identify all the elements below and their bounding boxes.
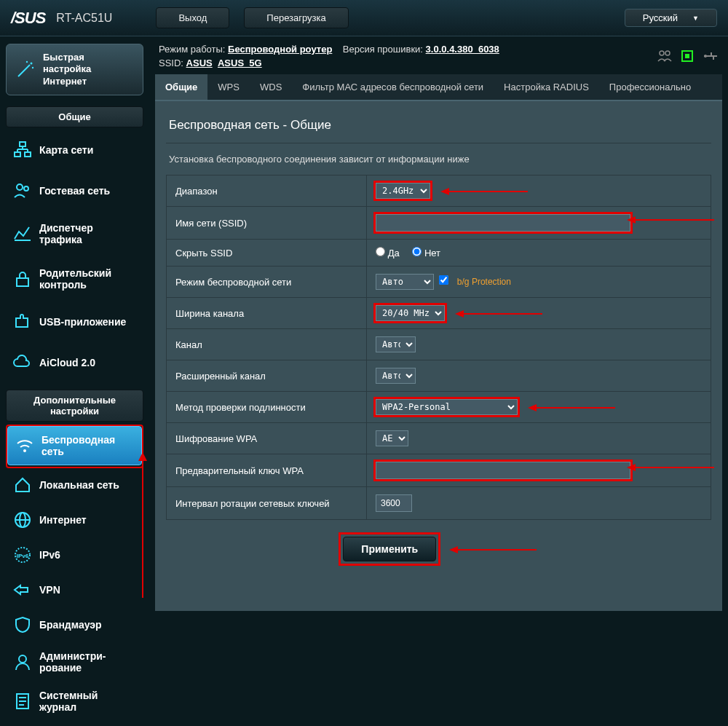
annotation-arrow-icon <box>528 403 615 412</box>
sidebar-item-wireless[interactable]: Беспроводная сеть <box>7 426 142 465</box>
sidebar-item-vpn[interactable]: VPN <box>6 573 143 607</box>
tab-wps[interactable]: WPS <box>207 74 250 100</box>
reboot-button[interactable]: Перезагрузка <box>244 7 348 28</box>
globe-icon <box>13 510 32 529</box>
sidebar-item-syslog[interactable]: Системный журнал <box>6 682 143 720</box>
fw-label: Версия прошивки: <box>343 44 423 55</box>
tab-professional[interactable]: Профессионально <box>599 74 701 100</box>
top-header: /SUS RT-AC51U Выход Перезагрузка Русский <box>0 0 728 36</box>
band-select[interactable]: 2.4GHz <box>376 183 430 199</box>
tab-general[interactable]: Общие <box>155 74 207 100</box>
info-bar: Режим работы: Беспроводной роутер Версия… <box>155 36 722 74</box>
sidebar-item-wan[interactable]: Интернет <box>6 503 143 537</box>
admin-icon <box>13 652 32 671</box>
sidebar-item-label: VPN <box>39 584 60 596</box>
svg-point-11 <box>17 184 23 190</box>
hide-ssid-yes-radio[interactable] <box>376 247 385 256</box>
users-icon <box>13 181 32 200</box>
sidebar-advanced-header: Дополнительные настройки <box>6 390 143 422</box>
wireless-mode-label: Режим беспроводной сети <box>167 267 367 298</box>
cloud-icon <box>13 353 32 372</box>
channel-width-label: Ширина канала <box>167 298 367 329</box>
svg-point-15 <box>23 449 26 452</box>
sidebar: Быстрая настройка Интернет Общие Карта с… <box>0 36 149 726</box>
model-label: RT-AC51U <box>56 12 112 25</box>
rekey-interval-label: Интервал ротации сетевых ключей <box>167 487 367 520</box>
sidebar-item-label: IPv6 <box>39 549 60 561</box>
channel-width-select[interactable]: 20/40 MHz <box>376 305 445 321</box>
svg-point-29 <box>665 51 670 55</box>
ssid1-link[interactable]: ASUS <box>186 58 213 68</box>
puzzle-icon <box>13 312 32 331</box>
sidebar-item-guest-network[interactable]: Гостевая сеть <box>6 171 143 210</box>
band-label: Диапазон <box>167 175 367 207</box>
ipv6-icon: IPv6 <box>13 545 32 564</box>
sidebar-item-parental-control[interactable]: Родительский контроль <box>6 257 143 301</box>
channel-label: Канал <box>167 329 367 360</box>
ssid-input[interactable] <box>376 214 630 232</box>
mode-value-link[interactable]: Беспроводной роутер <box>228 44 332 55</box>
svg-rect-14 <box>17 278 28 286</box>
sidebar-item-usb-app[interactable]: USB-приложение <box>6 302 143 342</box>
vpn-icon <box>13 580 32 599</box>
tab-wds[interactable]: WDS <box>250 74 292 100</box>
tab-radius[interactable]: Настройка RADIUS <box>494 74 599 100</box>
rekey-interval-input[interactable] <box>376 494 412 512</box>
auth-method-label: Метод проверки подлинности <box>167 392 367 423</box>
ext-channel-select[interactable]: Авто <box>376 368 416 384</box>
svg-text:IPv6: IPv6 <box>17 553 29 559</box>
sidebar-item-traffic-manager[interactable]: Диспетчер трафика <box>6 212 143 256</box>
fw-value-link[interactable]: 3.0.0.4.380_6038 <box>426 44 499 55</box>
bg-protection-checkbox[interactable] <box>439 275 448 285</box>
sidebar-item-lan[interactable]: Локальная сеть <box>6 468 143 502</box>
sidebar-item-aicloud[interactable]: AiCloud 2.0 <box>6 343 143 382</box>
ssid-label: SSID: <box>159 58 183 68</box>
tab-mac-filter[interactable]: Фильтр МАС адресов беспроводной сети <box>292 74 494 100</box>
language-select[interactable]: Русский <box>625 9 717 27</box>
wpa-psk-input[interactable] <box>376 462 630 479</box>
sidebar-item-administration[interactable]: Администри-рование <box>6 643 143 681</box>
wpa-encryption-select[interactable]: AES <box>376 430 408 446</box>
status-icon[interactable] <box>681 50 694 63</box>
usb-icon[interactable] <box>703 51 719 61</box>
shield-icon <box>13 615 32 634</box>
apply-button[interactable]: Применить <box>343 537 436 561</box>
language-value: Русский <box>643 12 678 23</box>
ssid-label: Имя сети (SSID) <box>167 207 367 240</box>
svg-point-2 <box>26 61 28 63</box>
annotation-arrow-icon <box>449 545 537 554</box>
settings-panel: Беспроводная сеть - Общие Установка бесп… <box>155 101 722 611</box>
sidebar-item-label: Администри-рование <box>39 650 136 674</box>
traffic-icon <box>13 224 32 243</box>
auth-method-select[interactable]: WPA2-Personal <box>376 399 518 415</box>
svg-marker-37 <box>440 188 449 195</box>
sidebar-item-ipv6[interactable]: IPv6 IPv6 <box>6 538 143 572</box>
settings-table: Диапазон 2.4GHz Имя сети (SSID) Скрыть S… <box>166 175 711 520</box>
hide-no-label: Нет <box>424 248 440 259</box>
svg-marker-17 <box>138 452 147 461</box>
annotation-arrow-icon <box>455 309 542 318</box>
bg-protection-label: b/g Protection <box>457 277 511 287</box>
sidebar-item-network-map[interactable]: Карта сети <box>6 130 143 170</box>
panel-title: Беспроводная сеть - Общие <box>166 112 711 143</box>
logout-button[interactable]: Выход <box>156 7 229 28</box>
tabs: Общие WPS WDS Фильтр МАС адресов беспров… <box>155 74 722 101</box>
wireless-mode-select[interactable]: Авто <box>376 274 434 290</box>
clients-icon[interactable] <box>657 50 672 63</box>
ssid2-link[interactable]: ASUS_5G <box>218 58 262 68</box>
sidebar-item-firewall[interactable]: Брандмауэр <box>6 608 143 642</box>
wpa-encryption-label: Шифрование WPA <box>167 423 367 454</box>
channel-select[interactable]: Авто <box>376 336 416 352</box>
sidebar-item-label: Карта сети <box>39 144 93 156</box>
annotation-arrow-icon <box>136 452 149 598</box>
svg-line-0 <box>18 65 30 76</box>
sidebar-item-network-tools[interactable]: Сетевые утилиты <box>6 722 143 726</box>
svg-rect-4 <box>20 142 25 146</box>
sidebar-item-label: Системный журнал <box>39 690 136 713</box>
quick-setup-button[interactable]: Быстрая настройка Интернет <box>6 44 143 95</box>
hide-ssid-no-radio[interactable] <box>412 247 422 256</box>
sidebar-item-label: USB-приложение <box>39 316 126 328</box>
panel-description: Установка беспроводного соединения завис… <box>166 143 711 175</box>
mode-label: Режим работы: <box>159 44 225 55</box>
sidebar-item-label: Локальная сеть <box>39 479 119 491</box>
